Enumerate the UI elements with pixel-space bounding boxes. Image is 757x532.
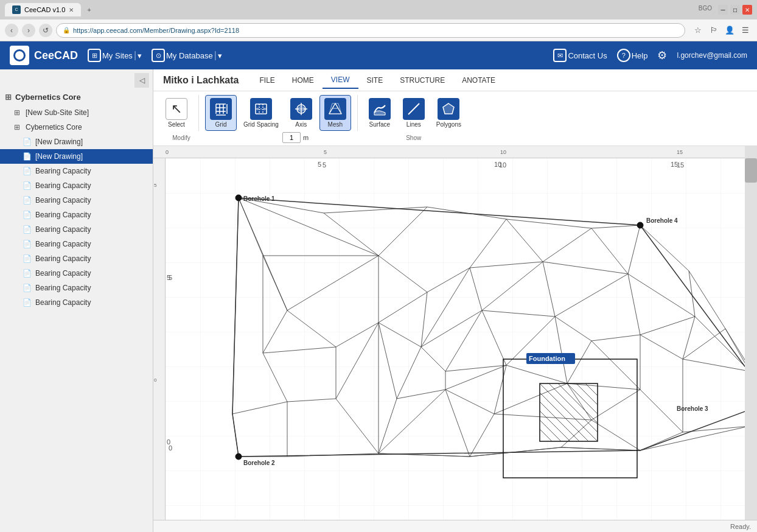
svg-line-128 [640, 390, 683, 432]
browser-tab[interactable]: C CeeCAD v1.0 ✕ [5, 3, 81, 16]
sidebar: ◁ ⊞ Cybernetics Core ⊞ [New Sub-Site Sit… [0, 69, 153, 532]
svg-line-25 [408, 103, 419, 114]
sidebar-item-bearing-1[interactable]: 📄 Bearing Capacity [0, 164, 153, 178]
svg-line-151 [558, 383, 598, 423]
svg-line-99 [683, 359, 745, 371]
tab-structure[interactable]: STRUCTURE [391, 72, 453, 89]
new-tab-btn[interactable]: + [87, 6, 91, 13]
tab-close-icon[interactable]: ✕ [69, 7, 74, 13]
sidebar-item-bearing-6[interactable]: 📄 Bearing Capacity [0, 237, 153, 251]
bearing-icon-3: 📄 [22, 195, 32, 205]
tab-file[interactable]: FILE [251, 72, 283, 89]
forward-button[interactable]: › [22, 24, 35, 37]
axis-button[interactable]: Axis [285, 95, 317, 131]
my-sites-dropdown-icon[interactable]: ▾ [138, 51, 142, 60]
sidebar-item-bearing-5[interactable]: 📄 Bearing Capacity [0, 222, 153, 237]
url-text: https://app.ceecad.com/Member/Drawing.as… [73, 27, 239, 34]
svg-marker-33 [232, 198, 745, 457]
axis-label: Axis [295, 121, 307, 128]
sidebar-item-bearing-7[interactable]: 📄 Bearing Capacity [0, 251, 153, 266]
sidebar-item-bearing-9[interactable]: 📄 Bearing Capacity [0, 281, 153, 295]
sidebar-item-new-drawing-active[interactable]: 📄 [New Drawing] [0, 149, 153, 164]
svg-line-83 [421, 292, 427, 347]
vertical-scrollbar[interactable] [745, 146, 757, 520]
browser-toolbar: ‹ › ↺ 🔒 https://app.ceecad.com/Member/Dr… [0, 19, 757, 41]
svg-line-75 [232, 402, 287, 414]
tab-view[interactable]: VIEW [323, 72, 358, 89]
svg-line-62 [378, 453, 470, 457]
reload-button[interactable]: ↺ [39, 24, 52, 37]
minimize-button[interactable]: ─ [718, 5, 728, 15]
settings-icon[interactable]: ⚙ [657, 49, 667, 62]
my-sites-button[interactable]: ⊞ My Sites | ▾ [88, 49, 142, 62]
toolbar-sep-1 [198, 95, 199, 131]
maximize-button[interactable]: □ [730, 5, 740, 15]
help-button[interactable]: ? Help [617, 49, 648, 62]
my-database-dropdown-icon[interactable]: ▾ [218, 51, 222, 60]
svg-line-127 [494, 383, 567, 414]
ruler-left-tick-0: 0 [154, 377, 156, 383]
menu-icon[interactable]: ☰ [739, 24, 752, 37]
surface-button[interactable]: Surface [364, 95, 396, 131]
svg-point-142 [637, 222, 643, 228]
svg-line-93 [555, 274, 628, 317]
sidebar-item-label: Bearing Capacity [35, 196, 91, 205]
flag-icon[interactable]: 🏳 [707, 24, 720, 37]
svg-point-140 [235, 453, 242, 460]
my-database-button[interactable]: ⊙ My Database | ▾ [152, 49, 222, 62]
lines-label: Lines [406, 121, 421, 128]
bearing-icon-6: 📄 [22, 239, 32, 249]
sidebar-item-label: Bearing Capacity [35, 284, 91, 292]
user-email: l.gorchev@gmail.com [677, 51, 747, 60]
sidebar-item-label: Bearing Capacity [35, 298, 91, 307]
polygons-button[interactable]: Polygons [432, 95, 466, 131]
lines-button[interactable]: Lines [398, 95, 430, 131]
mesh-button[interactable]: Mesh [319, 95, 351, 131]
tab-home[interactable]: HOME [284, 72, 323, 89]
sidebar-item-bearing-8[interactable]: 📄 Bearing Capacity [0, 266, 153, 281]
sidebar-item-bearing-3[interactable]: 📄 Bearing Capacity [0, 193, 153, 208]
svg-line-23 [335, 103, 341, 114]
bookmark-icon[interactable]: ☆ [691, 24, 705, 37]
svg-text:5: 5 [323, 161, 326, 169]
svg-rect-148 [540, 383, 598, 441]
svg-line-53 [725, 329, 745, 371]
sidebar-item-cybernetics-core[interactable]: ⊞ Cybernetics Core [0, 120, 153, 135]
svg-line-58 [640, 432, 683, 450]
grid-button[interactable]: Grid [205, 95, 237, 131]
scrollbar-thumb-v[interactable] [745, 158, 757, 183]
help-label: Help [632, 51, 648, 60]
select-button[interactable]: ↖ Select [161, 95, 192, 131]
address-bar[interactable]: 🔒 https://app.ceecad.com/Member/Drawing.… [56, 23, 685, 38]
bearing-icon-9: 📄 [22, 283, 32, 293]
svg-line-149 [540, 383, 598, 441]
sidebar-collapse-button[interactable]: ◁ [134, 73, 149, 88]
svg-line-115 [378, 323, 397, 399]
svg-line-131 [494, 414, 591, 420]
svg-line-113 [421, 347, 445, 371]
sidebar-item-bearing-10[interactable]: 📄 Bearing Capacity [0, 295, 153, 310]
close-button[interactable]: ✕ [742, 5, 752, 15]
svg-line-47 [543, 228, 591, 262]
back-button[interactable]: ‹ [5, 24, 18, 37]
tab-site[interactable]: SITE [358, 72, 392, 89]
sidebar-item-label: Bearing Capacity [35, 269, 91, 278]
svg-rect-160 [526, 353, 575, 364]
svg-line-126 [567, 383, 640, 390]
svg-line-54 [683, 329, 725, 359]
sidebar-item-bearing-2[interactable]: 📄 Bearing Capacity [0, 178, 153, 193]
spacing-input[interactable] [282, 132, 301, 143]
sidebar-item-new-drawing-1[interactable]: 📄 [New Drawing] [0, 135, 153, 149]
svg-line-76 [287, 399, 336, 402]
person-icon[interactable]: 👤 [723, 24, 736, 37]
svg-line-66 [232, 198, 239, 414]
svg-line-102 [555, 317, 591, 341]
sidebar-item-bearing-4[interactable]: 📄 Bearing Capacity [0, 208, 153, 222]
grid-spacing-button[interactable]: Grid Spacing [239, 95, 283, 131]
svg-line-112 [397, 347, 421, 399]
contact-us-button[interactable]: ✉ Contact Us [553, 49, 607, 62]
tab-anotate[interactable]: ANOTATE [453, 72, 504, 89]
sidebar-item-new-sub-site[interactable]: ⊞ [New Sub-Site Site] [0, 105, 153, 120]
svg-rect-147 [503, 359, 637, 478]
svg-line-42 [506, 219, 591, 228]
